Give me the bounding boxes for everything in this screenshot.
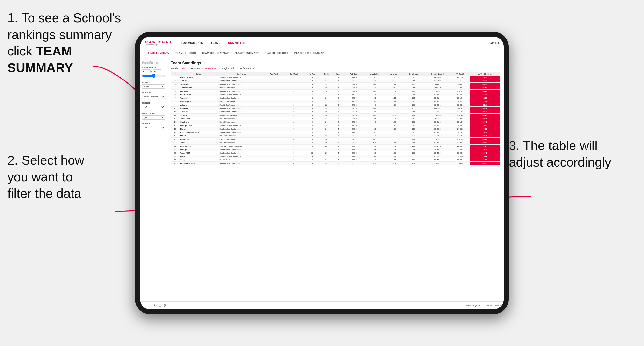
table-cell: 279.1 — [344, 134, 364, 138]
nav-tournaments[interactable]: TOURNAMENTS — [181, 41, 203, 44]
table-cell: 1 — [284, 134, 304, 138]
table-cell: -6.0 — [364, 114, 385, 117]
logo-area: SCOREBOARD Powered by clippi — [145, 40, 171, 46]
table-cell: 4 — [284, 124, 304, 127]
table-cell: - — [264, 107, 284, 110]
table-cell: 21 — [320, 148, 332, 151]
table-cell: 2 — [284, 100, 304, 103]
sub-nav-player-h2h-grid[interactable]: PLAYER H2H GRID — [262, 49, 292, 57]
school-select[interactable]: (All) — [142, 126, 165, 130]
table-cell: - — [264, 76, 284, 79]
table-cell: -6.0 — [364, 79, 385, 83]
table-cell: 40-38-2 — [451, 117, 470, 121]
vs50pts-cell: 82.3 — [470, 103, 500, 107]
table-cell: Ole Miss — [179, 90, 218, 93]
table-cell: 1.44 — [385, 141, 404, 145]
filter-gender: Gender Men's Women's — [142, 81, 165, 89]
table-cell: 23 — [320, 107, 332, 110]
table-row: 20TexasBig 12 Conference-37203278.60.71.… — [171, 141, 500, 145]
table-cell: 24 — [320, 114, 332, 117]
table-cell: 3 — [284, 141, 304, 145]
filter-division: Division NCAA Division I NCAA Division I… — [142, 92, 165, 99]
rank-min-input[interactable] — [142, 69, 150, 73]
table-cell: Pac-12 Conference — [218, 138, 264, 141]
toolbar-refresh[interactable]: ↻ — [154, 304, 157, 308]
region-select[interactable]: N/A All — [142, 105, 165, 109]
table-cell: 4 — [332, 127, 344, 131]
filter-chip-region: Region: All — [222, 67, 234, 70]
rank-max-input[interactable] — [153, 69, 162, 73]
toolbar-back[interactable]: ← — [143, 304, 146, 308]
table-cell: 60-39-2 — [424, 162, 451, 165]
table-row: 21New MexicoMountain West Conference-182… — [171, 145, 500, 148]
vs50pts-cell: 80.91 — [470, 141, 500, 145]
table-cell: 279.7 — [344, 155, 364, 158]
table-cell: 271 — [404, 158, 424, 162]
sub-nav-team-h2h-heatmap[interactable]: TEAM H2H HEATMAP — [199, 49, 232, 57]
table-cell: 9 — [304, 117, 320, 121]
table-cell: 27-17-1 — [451, 134, 470, 138]
col-avg-low: Avg. Low — [385, 72, 404, 76]
instruction-2: 2. Select how you want to filter the dat… — [7, 152, 125, 202]
table-cell: 27-30-0 — [451, 155, 470, 158]
table-row: 2AuburnSoutheastern Conference-19276273.… — [171, 79, 500, 83]
vs50pts-cell: 80.71 — [470, 110, 500, 114]
col-rnds: Rnds — [320, 72, 332, 76]
table-cell: Oklahoma — [179, 121, 218, 124]
table-cell: 8 — [304, 114, 320, 117]
filter-division-label: Division — [142, 92, 165, 94]
table-cell: Texas A&M — [179, 151, 218, 155]
watch-button[interactable]: 👁 Watch — [483, 304, 492, 307]
table-cell: 1 — [332, 90, 344, 93]
table-cell: - — [264, 100, 284, 103]
table-row: 4Arizona StatePac-12 Conference-19264274… — [171, 86, 500, 90]
table-cell: 7 — [304, 141, 320, 145]
table-row: 14OklahomaBig 12 Conference-29242276.5-4… — [171, 121, 500, 124]
sub-nav-team-summary[interactable]: TEAM SUMMARY — [145, 49, 172, 57]
table-cell: 9 — [304, 158, 320, 162]
table-cell: -1.4 — [364, 134, 385, 138]
toolbar-forward[interactable]: → — [148, 304, 152, 308]
table-cell: 6 — [332, 79, 344, 83]
table-cell: - — [264, 90, 284, 93]
filter-region-label: Region — [142, 102, 165, 104]
sidebar-filters: Update time: 27/03/2024 16:56:26 Minimum… — [140, 57, 167, 301]
table-cell: 276.9 — [344, 124, 364, 127]
table-cell: 27 — [320, 93, 332, 96]
table-cell: 72-30-1 — [424, 107, 451, 110]
vs50pts-cell: 82.73 — [470, 93, 500, 96]
rank-slider[interactable] — [142, 74, 165, 78]
division-select[interactable]: NCAA Division I NCAA Division II NCAA Di… — [142, 95, 165, 99]
conference-select[interactable]: (All) — [142, 115, 165, 120]
view-original-button[interactable]: View: Original — [466, 304, 480, 307]
sign-out-button[interactable]: Sign out — [489, 41, 499, 44]
table-cell: 23 — [320, 100, 332, 103]
table-cell: -0.4 — [364, 155, 385, 158]
table-row: 9ArizonaPac-12 Conference-38223276.3-4.6… — [171, 103, 500, 107]
table-cell: 270 — [404, 162, 424, 165]
table-cell: - — [264, 134, 284, 138]
toolbar-share[interactable]: □ — [159, 304, 161, 308]
table-cell: Florida State — [179, 93, 218, 96]
toolbar-time[interactable]: ⏱ — [163, 304, 166, 308]
sub-nav-team-h2h-grid[interactable]: TEAM H2H GRID — [172, 49, 199, 57]
filter-chip-conference: Conference: All — [238, 67, 255, 70]
table-cell: 33-38-4 — [451, 141, 470, 145]
sub-nav-player-summary[interactable]: PLAYER SUMMARY — [232, 49, 262, 57]
table-cell: -3.6 — [364, 107, 385, 110]
nav-teams[interactable]: TEAMS — [210, 41, 221, 44]
table-cell: 4 — [284, 96, 304, 100]
share-button[interactable]: Share — [495, 304, 501, 307]
tablet: SCOREBOARD Powered by clippi TOURNAMENTS… — [135, 32, 508, 314]
table-cell: 1 — [332, 114, 344, 117]
table-cell: 29-25-0 — [451, 138, 470, 141]
nav-committee[interactable]: COMMITTEE — [228, 41, 246, 44]
table-cell: Tennessee — [179, 96, 218, 100]
sub-nav-player-h2h-heatmap[interactable]: PLAYER H2H HEATMAP — [292, 49, 327, 57]
gender-select[interactable]: Men's Women's — [142, 84, 165, 89]
table-cell: - — [264, 117, 284, 121]
table-cell: Auburn — [179, 79, 218, 83]
table-cell: 3 — [332, 141, 344, 145]
table-cell: 23-24-1 — [451, 124, 470, 127]
vs50pts-cell: 80.18 — [470, 158, 500, 162]
